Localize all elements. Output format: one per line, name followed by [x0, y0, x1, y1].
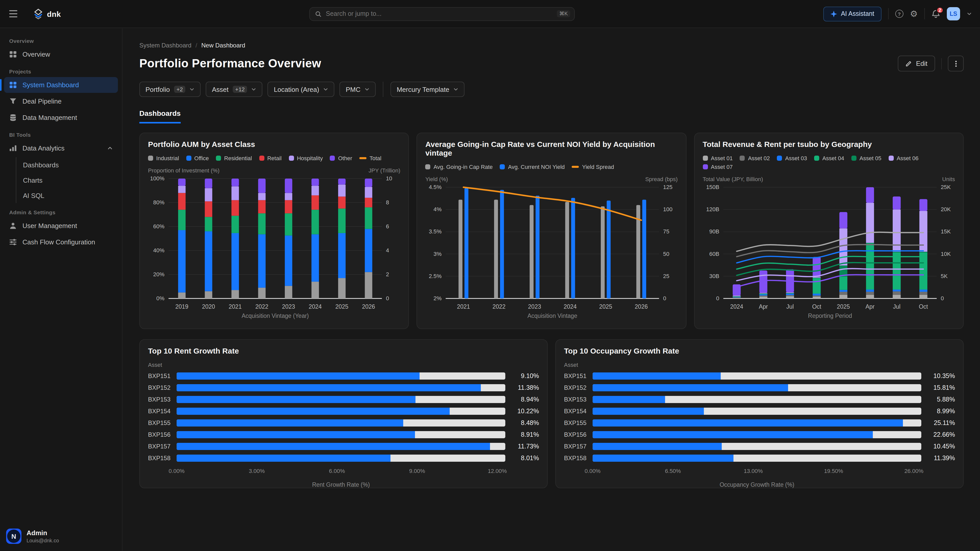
legend-item-avg-going-in-cap-rate[interactable]: Avg. Going-in Cap Rate: [425, 164, 493, 170]
sidebar-item-overview[interactable]: Overview: [4, 46, 118, 62]
chevron-up-icon[interactable]: [107, 145, 113, 151]
filter-chip-mercury-template[interactable]: Mercury Template: [390, 82, 465, 97]
kebab-menu-button[interactable]: [948, 56, 964, 71]
legend-item-asset-01[interactable]: Asset 01: [703, 155, 733, 161]
sidebar-item-deal-pipeline[interactable]: Deal Pipeline: [4, 94, 118, 109]
filter-chip-location-area[interactable]: Location (Area): [268, 82, 334, 97]
legend-item-asset-02[interactable]: Asset 02: [740, 155, 770, 161]
svg-text:2019: 2019: [175, 303, 188, 310]
hamburger-menu-icon[interactable]: [8, 6, 22, 21]
hbar-axis-title: Rent Growth Rate (%): [177, 482, 505, 488]
legend-item-asset-05[interactable]: Asset 05: [851, 155, 881, 161]
chevron-down-icon: [323, 87, 328, 92]
help-icon[interactable]: ?: [895, 10, 904, 18]
app-root: dnk ⌘K AI Assistant ? ⚙: [0, 0, 980, 551]
bar-segment: [285, 286, 292, 299]
hbar-track: [177, 431, 505, 438]
legend-item-other[interactable]: Other: [330, 155, 352, 161]
settings-gear-icon[interactable]: ⚙: [910, 10, 918, 18]
svg-text:Acquisition Vintage: Acquisition Vintage: [528, 313, 577, 319]
filter-chip-portfolio[interactable]: Portfolio+2: [139, 82, 201, 97]
bar-segment: [919, 199, 927, 211]
user-icon: [9, 222, 18, 230]
svg-text:8: 8: [386, 199, 389, 206]
sparkle-icon: [831, 11, 837, 17]
tab-dashboards[interactable]: Dashboards: [139, 109, 181, 124]
sidebar-item-data-management[interactable]: Data Management: [4, 110, 118, 125]
avatar-chevron-down-icon[interactable]: [967, 11, 972, 16]
bar-segment: [231, 186, 239, 200]
hbar-track: [593, 443, 921, 450]
legend-swatch: [851, 156, 856, 161]
left-axis-title: Yield (%): [425, 176, 448, 182]
sidebar-item-system-dashboard[interactable]: System Dashboard: [4, 77, 118, 93]
hbar-tick-label: 9.00%: [409, 468, 425, 474]
bar-segment: [338, 233, 345, 278]
hbar-track: [593, 372, 921, 380]
legend-item-residential[interactable]: Residential: [216, 155, 252, 161]
topbar-divider-2: [924, 8, 925, 19]
bar-segment: [258, 213, 266, 234]
sidebar-user-email: Louis@dnk.co: [27, 537, 59, 543]
bar-segment: [732, 298, 740, 299]
legend-item-total[interactable]: Total: [360, 155, 382, 161]
bar-segment: [892, 197, 900, 210]
sidebar-item-user-management[interactable]: User Management: [4, 218, 118, 233]
hbar-row-label: BXP153: [148, 396, 177, 403]
bar-segment: [231, 216, 239, 233]
legend-item-asset-03[interactable]: Asset 03: [777, 155, 807, 161]
filter-chip-pmc[interactable]: PMC: [340, 82, 376, 97]
sidebar-user[interactable]: N Admin Louis@dnk.co: [4, 526, 118, 544]
bar: [458, 200, 463, 299]
breadcrumb-parent[interactable]: System Dashboard: [139, 42, 191, 49]
chart-legend: Avg. Going-in Cap Rate Avg. Current NOI …: [425, 164, 678, 170]
hbar-value: 5.88%: [921, 396, 955, 403]
hbar-row-label: BXP155: [564, 419, 593, 427]
ai-assistant-button[interactable]: AI Assistant: [824, 6, 881, 21]
search-input[interactable]: [326, 10, 553, 17]
bar-segment: [786, 293, 794, 293]
edit-button[interactable]: Edit: [897, 56, 935, 71]
legend-item-yield-spread[interactable]: Yield Spread: [572, 164, 614, 170]
bar-segment: [919, 289, 927, 292]
bar-segment: [258, 288, 266, 299]
legend-item-avg-current-noi-yield[interactable]: Avg. Current NOI Yield: [500, 164, 565, 170]
sidebar-user-meta: Admin Louis@dnk.co: [27, 529, 59, 543]
sidebar-item-cash-flow-configuration[interactable]: Cash Flow Configuration: [4, 234, 118, 250]
svg-text:2025: 2025: [599, 303, 612, 310]
bar-segment: [866, 295, 874, 299]
user-avatar[interactable]: LS: [947, 7, 960, 21]
chart-card-revenue-rent: Total Revenue & Rent per tsubo by Geogra…: [694, 133, 964, 329]
sidebar-subitem-dashboards[interactable]: Dashboards: [16, 157, 118, 172]
rent-growth-bars: BXP1519.10%BXP15211.38%BXP1538.94%BXP154…: [148, 372, 539, 488]
bar: [601, 206, 605, 299]
bar-segment: [786, 295, 794, 296]
sidebar-subitem-ai-sql[interactable]: AI SQL: [16, 188, 118, 203]
legend-item-retail[interactable]: Retail: [259, 155, 282, 161]
svg-text:10K: 10K: [941, 251, 951, 257]
legend-item-asset-06[interactable]: Asset 06: [888, 155, 918, 161]
hbar-tick-label: 6.50%: [665, 468, 681, 474]
legend-item-hospitality[interactable]: Hospitality: [289, 155, 323, 161]
svg-text:15K: 15K: [941, 228, 951, 235]
sidebar-subitem-charts[interactable]: Charts: [16, 172, 118, 188]
notifications-bell-icon[interactable]: 2: [932, 10, 940, 18]
brand[interactable]: dnk: [34, 8, 61, 19]
legend-item-industrial[interactable]: Industrial: [148, 155, 179, 161]
svg-text:Oct: Oct: [812, 303, 821, 310]
hbar-row-label: BXP153: [564, 396, 593, 403]
sidebar-item-data-analytics[interactable]: Data Analytics: [4, 140, 118, 156]
svg-text:4.5%: 4.5%: [429, 184, 442, 190]
notification-badge: 2: [936, 6, 944, 14]
legend-item-asset-04[interactable]: Asset 04: [814, 155, 844, 161]
legend-item-asset-07[interactable]: Asset 07: [703, 164, 733, 170]
hbar-row-label: BXP151: [564, 372, 593, 380]
hbar-fill: [177, 443, 490, 450]
hbar-value: 8.91%: [505, 431, 539, 438]
hbar-axis-ticks: 0.00%6.50%13.00%19.50%26.00%: [593, 468, 921, 475]
hbar-tick-label: 19.50%: [824, 468, 843, 474]
search-box[interactable]: ⌘K: [310, 7, 575, 21]
filter-chip-asset[interactable]: Asset+12: [206, 82, 262, 97]
svg-text:Reporting Period: Reporting Period: [808, 313, 852, 319]
legend-item-office[interactable]: Office: [186, 155, 209, 161]
